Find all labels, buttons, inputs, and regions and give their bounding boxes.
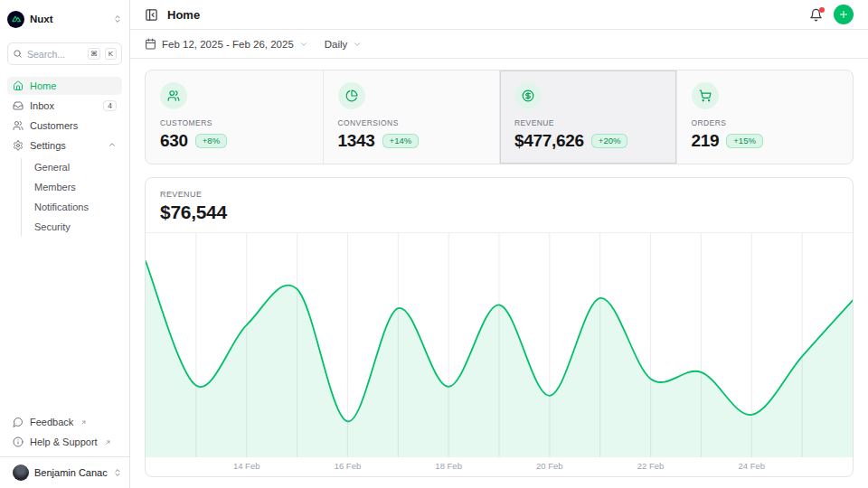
footer-label: Help & Support (30, 436, 98, 447)
pie-chart-icon (338, 82, 365, 109)
workspace-selector[interactable]: Nuxt (7, 7, 122, 31)
page-title: Home (167, 8, 200, 22)
date-range-picker[interactable]: Feb 12, 2025 - Feb 26, 2025 (145, 38, 308, 50)
sidebar-item-security[interactable]: Security (29, 218, 122, 236)
avatar (13, 465, 29, 481)
user-menu[interactable]: Benjamin Canac (0, 456, 129, 488)
stat-label: CUSTOMERS (160, 118, 308, 127)
sidebar-footer: Feedback Help & Support (0, 413, 129, 456)
sidebar-nav: Home Inbox 4 Customers Settings General (0, 77, 129, 236)
filter-toolbar: Feb 12, 2025 - Feb 26, 2025 Daily (130, 30, 868, 59)
workspace-name: Nuxt (30, 14, 53, 24)
revenue-chart-card: REVENUE $76,544 14 Feb16 Feb18 Feb20 Feb… (145, 177, 854, 477)
chevron-down-icon (299, 40, 308, 49)
stat-value: 219 (692, 131, 720, 151)
stat-value: 1343 (338, 131, 375, 151)
sidebar-spacer (0, 236, 129, 413)
area-chart-svg[interactable] (146, 233, 853, 457)
x-axis-tick-label: 18 Feb (435, 461, 462, 471)
revenue-area-chart[interactable] (146, 233, 853, 457)
search-placeholder: Search... (27, 49, 83, 60)
topbar-actions (809, 5, 854, 24)
chevron-up-icon (108, 140, 117, 151)
kbd-meta: ⌘ (88, 48, 100, 60)
collapse-sidebar-button[interactable] (145, 8, 158, 22)
arrow-up-right-icon (104, 436, 111, 447)
notifications-button[interactable] (809, 8, 823, 22)
chart-metric-value: $76,544 (160, 202, 838, 223)
topbar: Home (130, 0, 868, 30)
granularity-label: Daily (325, 39, 348, 50)
notification-dot (819, 7, 825, 13)
shopping-cart-icon (692, 82, 719, 109)
stat-label: REVENUE (514, 118, 662, 127)
sidebar-item-notifications[interactable]: Notifications (29, 198, 122, 216)
chevrons-up-down-icon (113, 468, 122, 477)
stat-label: CONVERSIONS (338, 118, 486, 127)
add-button[interactable] (834, 5, 854, 24)
stat-delta-badge: +15% (726, 134, 763, 149)
nav-label: Inbox (30, 100, 54, 111)
user-name: Benjamin Canac (34, 467, 108, 478)
chart-header: REVENUE $76,544 (146, 178, 853, 233)
stats-row: CUSTOMERS 630 +8% CONVERSIONS 1343 +14% (145, 70, 854, 164)
main-area: Home Feb 12, 2025 - Feb 26, 2025 Daily (130, 0, 868, 488)
nav-label: Customers (30, 120, 78, 131)
x-axis-tick-label: 16 Feb (335, 461, 362, 471)
sidebar-item-members[interactable]: Members (29, 178, 122, 196)
users-icon (13, 120, 24, 131)
chevron-down-icon (353, 40, 362, 49)
inbox-count-badge: 4 (103, 100, 117, 112)
feedback-link[interactable]: Feedback (7, 413, 122, 431)
search-input[interactable]: Search... ⌘ K (7, 42, 122, 65)
settings-subnav: General Members Notifications Security (21, 158, 122, 236)
nav-label: Settings (30, 140, 66, 151)
date-range-label: Feb 12, 2025 - Feb 26, 2025 (162, 39, 294, 50)
footer-label: Feedback (30, 417, 73, 427)
sidebar-item-settings[interactable]: Settings (7, 136, 122, 155)
stat-card-customers[interactable]: CUSTOMERS 630 +8% (146, 70, 323, 164)
gear-icon (13, 140, 24, 151)
panel-left-close-icon (145, 8, 158, 22)
nuxt-logo-icon (7, 11, 24, 28)
stat-card-orders[interactable]: ORDERS 219 +15% (676, 70, 854, 164)
chevrons-up-down-icon (113, 14, 122, 23)
plus-icon (838, 9, 849, 20)
stat-delta-badge: +8% (195, 134, 227, 149)
message-circle-icon (13, 417, 24, 427)
dollar-circle-icon (514, 82, 542, 109)
x-axis-tick-label: 22 Feb (637, 461, 665, 471)
house-icon (13, 80, 24, 91)
x-axis-tick-label: 20 Feb (536, 461, 563, 471)
sidebar: Nuxt Search... ⌘ K Home Inbox 4 Cust (0, 0, 130, 488)
dashboard-content: CUSTOMERS 630 +8% CONVERSIONS 1343 +14% (130, 59, 868, 488)
help-support-link[interactable]: Help & Support (7, 433, 122, 451)
stat-value: $477,626 (514, 131, 584, 151)
calendar-icon (145, 38, 156, 50)
users-icon (160, 82, 187, 109)
kbd-key: K (105, 48, 117, 60)
x-axis-tick-label: 14 Feb (233, 461, 260, 471)
info-icon (13, 436, 24, 447)
nav-label: Home (30, 80, 56, 91)
app-root: Nuxt Search... ⌘ K Home Inbox 4 Cust (0, 0, 868, 488)
x-axis-tick-label: 24 Feb (738, 461, 765, 471)
stat-delta-badge: +14% (382, 134, 420, 149)
arrow-up-right-icon (80, 417, 87, 427)
stat-card-conversions[interactable]: CONVERSIONS 1343 +14% (323, 70, 500, 164)
inbox-icon (13, 100, 24, 111)
stat-delta-badge: +20% (591, 134, 628, 149)
chart-x-axis: 14 Feb16 Feb18 Feb20 Feb22 Feb24 Feb (146, 457, 853, 476)
chart-metric-label: REVENUE (160, 190, 838, 199)
stat-card-revenue[interactable]: REVENUE $477,626 +20% (499, 70, 676, 164)
stat-label: ORDERS (692, 118, 839, 127)
search-icon (13, 49, 23, 59)
stat-value: 630 (160, 131, 188, 151)
sidebar-item-customers[interactable]: Customers (7, 117, 122, 135)
sidebar-item-home[interactable]: Home (7, 77, 122, 95)
granularity-select[interactable]: Daily (325, 39, 363, 50)
sidebar-item-general[interactable]: General (29, 158, 122, 176)
sidebar-item-inbox[interactable]: Inbox 4 (7, 97, 122, 115)
